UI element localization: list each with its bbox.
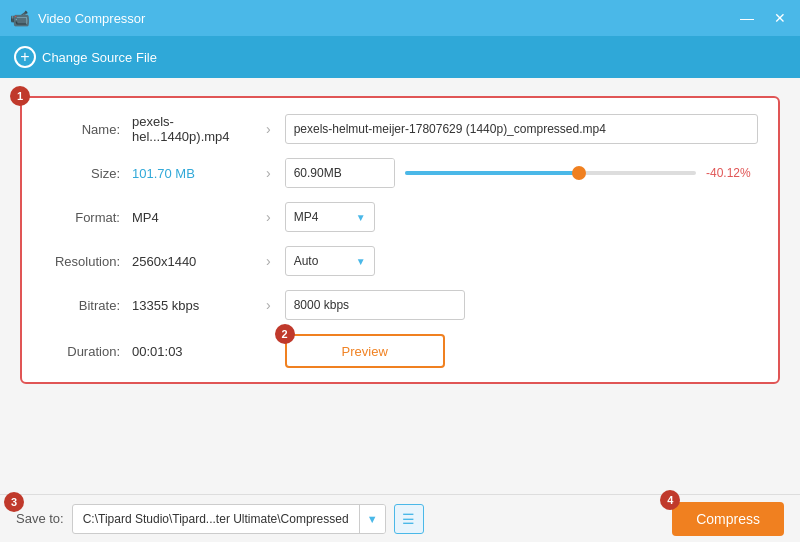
format-label: Format: — [42, 210, 132, 225]
bottom-bar: 3 Save to: C:\Tipard Studio\Tipard...ter… — [0, 494, 800, 542]
size-target-wrapper: ▲ ▼ -40.12% — [285, 158, 758, 188]
preview-btn-wrapper: 2 Preview — [285, 334, 445, 368]
app-icon: 📹 — [10, 9, 30, 28]
format-dropdown[interactable]: MP4 ▼ — [285, 202, 375, 232]
slider-thumb[interactable] — [572, 166, 586, 180]
bitrate-source: 13355 kbps — [132, 298, 252, 313]
slider-fill — [405, 171, 580, 175]
bitrate-row: Bitrate: 13355 kbps › — [42, 290, 758, 320]
change-source-icon: + — [14, 46, 36, 68]
resolution-label: Resolution: — [42, 254, 132, 269]
resolution-source: 2560x1440 — [132, 254, 252, 269]
resolution-arrow: › — [266, 253, 271, 269]
resolution-row: Resolution: 2560x1440 › Auto ▼ — [42, 246, 758, 276]
title-bar: 📹 Video Compressor — ✕ — [0, 0, 800, 36]
name-arrow: › — [266, 121, 271, 137]
name-target-input[interactable] — [285, 114, 758, 144]
size-input[interactable] — [286, 159, 395, 187]
title-bar-controls: — ✕ — [736, 9, 790, 27]
change-source-label: Change Source File — [42, 50, 157, 65]
format-arrow: › — [266, 209, 271, 225]
bitrate-arrow: › — [266, 297, 271, 313]
duration-label: Duration: — [42, 344, 132, 359]
minimize-button[interactable]: — — [736, 9, 758, 27]
size-row: Size: 101.70 MB › ▲ ▼ — [42, 158, 758, 188]
save-to-wrapper: 3 Save to: C:\Tipard Studio\Tipard...ter… — [16, 504, 662, 534]
main-content: 1 Name: pexels-hel...1440p).mp4 › Size: … — [0, 78, 800, 494]
size-arrow: › — [266, 165, 271, 181]
save-to-box: C:\Tipard Studio\Tipard...ter Ultimate\C… — [72, 504, 386, 534]
size-spinner: ▲ ▼ — [285, 158, 395, 188]
name-source: pexels-hel...1440p).mp4 — [132, 114, 252, 144]
badge-3: 3 — [4, 492, 24, 512]
slider-percent: -40.12% — [706, 166, 758, 180]
name-label: Name: — [42, 122, 132, 137]
badge-2: 2 — [275, 324, 295, 344]
resolution-dropdown-text: Auto — [294, 254, 350, 268]
folder-icon: ☰ — [402, 511, 415, 527]
size-label: Size: — [42, 166, 132, 181]
name-target-wrapper — [285, 114, 758, 144]
bitrate-label: Bitrate: — [42, 298, 132, 313]
change-source-button[interactable]: + Change Source File — [14, 46, 157, 68]
close-button[interactable]: ✕ — [770, 9, 790, 27]
format-dropdown-text: MP4 — [294, 210, 350, 224]
bitrate-target-wrapper — [285, 290, 758, 320]
size-slider-container: -40.12% — [405, 166, 758, 180]
title-bar-left: 📹 Video Compressor — [10, 9, 145, 28]
save-path-dropdown-button[interactable]: ▼ — [359, 504, 385, 534]
format-dropdown-icon: ▼ — [356, 212, 366, 223]
resolution-dropdown-icon: ▼ — [356, 256, 366, 267]
bitrate-input[interactable] — [285, 290, 465, 320]
panel-wrapper: 1 Name: pexels-hel...1440p).mp4 › Size: … — [20, 96, 780, 384]
name-row: Name: pexels-hel...1440p).mp4 › — [42, 114, 758, 144]
compress-button[interactable]: Compress — [672, 502, 784, 536]
badge-4: 4 — [660, 490, 680, 510]
format-row: Format: MP4 › MP4 ▼ — [42, 202, 758, 232]
compress-wrapper: 4 Compress — [672, 502, 784, 536]
size-source: 101.70 MB — [132, 166, 252, 181]
size-slider-track[interactable] — [405, 171, 696, 175]
duration-target-wrapper: 2 Preview — [285, 334, 758, 368]
main-panel: Name: pexels-hel...1440p).mp4 › Size: 10… — [20, 96, 780, 384]
resolution-dropdown[interactable]: Auto ▼ — [285, 246, 375, 276]
toolbar: + Change Source File — [0, 36, 800, 78]
save-to-label: Save to: — [16, 511, 64, 526]
app-title: Video Compressor — [38, 11, 145, 26]
format-source: MP4 — [132, 210, 252, 225]
preview-button[interactable]: Preview — [285, 334, 445, 368]
format-target-wrapper: MP4 ▼ — [285, 202, 758, 232]
duration-row: Duration: 00:01:03 › 2 Preview — [42, 334, 758, 368]
badge-1: 1 — [10, 86, 30, 106]
save-to-path: C:\Tipard Studio\Tipard...ter Ultimate\C… — [73, 512, 359, 526]
duration-source: 00:01:03 — [132, 344, 252, 359]
browse-folder-button[interactable]: ☰ — [394, 504, 424, 534]
resolution-target-wrapper: Auto ▼ — [285, 246, 758, 276]
